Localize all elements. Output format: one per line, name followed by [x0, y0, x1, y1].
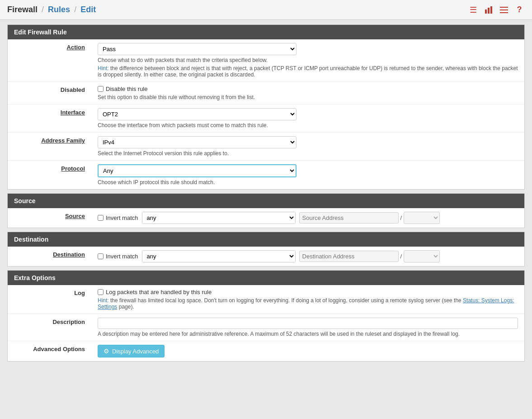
log-checkbox[interactable]: [98, 289, 104, 295]
log-checkbox-label: Log packets that are handled by this rul…: [106, 289, 212, 295]
log-checkbox-row: Log packets that are handled by this rul…: [98, 289, 518, 295]
destination-row: Destination Invert match any Single host…: [8, 247, 524, 266]
description-row: Description A description may be entered…: [8, 314, 524, 341]
advanced-options-content: ⚙ Display Advanced: [91, 341, 524, 361]
header-icons: ☰ ?: [468, 5, 525, 15]
disabled-checkbox-row: Disable this rule: [98, 86, 518, 92]
gear-icon: ⚙: [104, 348, 109, 355]
description-help-text: A description may be entered here for ad…: [98, 331, 518, 337]
svg-rect-3: [500, 7, 508, 8]
sliders-icon[interactable]: ☰: [468, 5, 479, 15]
disabled-checkbox-label: Disable this rule: [106, 86, 148, 92]
source-subnet-select[interactable]: [404, 212, 440, 224]
advanced-options-label: Advanced Options: [8, 341, 91, 361]
disabled-content: Disable this rule Set this option to dis…: [91, 82, 524, 104]
breadcrumb-firewall: Firewall: [7, 5, 38, 14]
source-invert-checkbox[interactable]: [98, 215, 104, 221]
source-panel-header: Source: [8, 194, 524, 208]
edit-firewall-rule-panel: Edit Firewall Rule Action Pass Block Rej…: [7, 24, 525, 190]
main-content: Edit Firewall Rule Action Pass Block Rej…: [0, 20, 532, 370]
source-panel-body: Source Invert match any Single host or a…: [8, 208, 524, 228]
display-advanced-button[interactable]: ⚙ Display Advanced: [98, 345, 165, 357]
description-content: A description may be entered here for ad…: [91, 314, 524, 341]
source-invert-label[interactable]: Invert match: [98, 214, 138, 221]
breadcrumb-sep2: /: [74, 5, 76, 14]
action-label: Action: [8, 39, 91, 81]
extra-options-body: Log Log packets that are handled by this…: [8, 285, 524, 361]
action-row: Action Pass Block Reject Choose what to …: [8, 39, 524, 82]
display-advanced-label: Display Advanced: [112, 348, 159, 355]
source-panel: Source Source Invert match any Single h: [7, 193, 525, 228]
destination-panel-body: Destination Invert match any Single host…: [8, 247, 524, 266]
action-content: Pass Block Reject Choose what to do with…: [91, 39, 524, 81]
action-help-text: Choose what to do with packets that matc…: [98, 57, 518, 63]
source-label: Source: [8, 208, 91, 228]
destination-content: Invert match any Single host or alias Ne…: [91, 247, 524, 266]
description-input[interactable]: [98, 318, 518, 329]
action-hint-body: the difference between block and reject …: [98, 65, 518, 78]
disabled-checkbox[interactable]: [98, 86, 104, 92]
source-slash: /: [400, 214, 402, 221]
destination-panel-header: Destination: [8, 232, 524, 247]
extra-options-header: Extra Options: [8, 271, 524, 285]
disabled-row: Disabled Disable this rule Set this opti…: [8, 82, 524, 105]
protocol-help-text: Choose which IP protocol this rule shoul…: [98, 179, 518, 186]
protocol-content: Any TCP UDP TCP/UDP ICMP Choose which IP…: [91, 161, 524, 189]
address-family-help-text: Select the Internet Protocol version thi…: [98, 150, 518, 157]
log-row: Log Log packets that are handled by this…: [8, 285, 524, 314]
advanced-options-row: Advanced Options ⚙ Display Advanced: [8, 341, 524, 361]
log-label: Log: [8, 285, 91, 314]
address-family-row: Address Family IPv4 IPv6 IPv4+IPv6 Selec…: [8, 133, 524, 161]
destination-invert-checkbox[interactable]: [98, 253, 104, 259]
source-content: Invert match any Single host or alias Ne…: [91, 208, 524, 228]
destination-address-input[interactable]: [299, 251, 399, 262]
svg-rect-4: [500, 10, 508, 10]
svg-rect-0: [485, 10, 487, 14]
source-address-input[interactable]: [299, 212, 399, 224]
interface-content: OPT2 WAN LAN Choose the interface from w…: [91, 105, 524, 132]
destination-type-select[interactable]: any Single host or alias Network This fi…: [142, 250, 296, 262]
disabled-label: Disabled: [8, 82, 91, 104]
source-type-select[interactable]: any Single host or alias Network This fi…: [142, 212, 296, 224]
destination-address-group: /: [299, 250, 440, 262]
interface-select[interactable]: OPT2 WAN LAN: [98, 108, 297, 120]
log-hint-label: Hint:: [98, 297, 109, 304]
list-icon[interactable]: [499, 5, 509, 15]
edit-panel-body: Action Pass Block Reject Choose what to …: [8, 39, 524, 189]
address-family-content: IPv4 IPv6 IPv4+IPv6 Select the Internet …: [91, 133, 524, 160]
source-address-group: /: [299, 212, 440, 224]
description-label: Description: [8, 314, 91, 341]
bar-chart-icon[interactable]: [483, 5, 494, 15]
action-hint-label: Hint:: [98, 65, 109, 71]
breadcrumb-sep1: /: [42, 5, 44, 14]
top-header: Firewall / Rules / Edit ☰ ?: [0, 0, 532, 20]
interface-row: Interface OPT2 WAN LAN Choose the interf…: [8, 105, 524, 133]
svg-rect-5: [500, 12, 508, 13]
destination-invert-label[interactable]: Invert match: [98, 253, 138, 260]
source-row: Source Invert match any Single host or a…: [8, 208, 524, 228]
log-hint-body: the firewall has limited local log space…: [110, 297, 463, 304]
address-family-select[interactable]: IPv4 IPv6 IPv4+IPv6: [98, 136, 297, 148]
destination-subnet-select[interactable]: [404, 250, 440, 262]
destination-slash: /: [400, 253, 402, 260]
svg-rect-1: [488, 8, 490, 14]
log-content: Log packets that are handled by this rul…: [91, 285, 524, 314]
extra-options-panel: Extra Options Log Log packets that are h…: [7, 270, 525, 362]
action-select[interactable]: Pass Block Reject: [98, 43, 297, 55]
action-hint-text: Hint: the difference between block and r…: [98, 65, 518, 78]
breadcrumb-rules[interactable]: Rules: [48, 5, 70, 14]
disabled-help-text: Set this option to disable this rule wit…: [98, 94, 518, 100]
interface-label: Interface: [8, 105, 91, 132]
edit-panel-header: Edit Firewall Rule: [8, 25, 524, 39]
log-hint-text: Hint: the firewall has limited local log…: [98, 297, 518, 310]
svg-rect-2: [490, 6, 492, 14]
destination-panel: Destination Destination Invert match any: [7, 232, 525, 267]
source-controls: Invert match any Single host or alias Ne…: [98, 212, 518, 224]
protocol-select[interactable]: Any TCP UDP TCP/UDP ICMP: [98, 164, 297, 177]
protocol-label: Protocol: [8, 161, 91, 189]
help-icon[interactable]: ?: [514, 5, 525, 15]
breadcrumb-edit: Edit: [80, 5, 96, 14]
log-hint-end: page).: [119, 304, 134, 310]
protocol-row: Protocol Any TCP UDP TCP/UDP ICMP Choose…: [8, 161, 524, 189]
destination-label: Destination: [8, 247, 91, 266]
